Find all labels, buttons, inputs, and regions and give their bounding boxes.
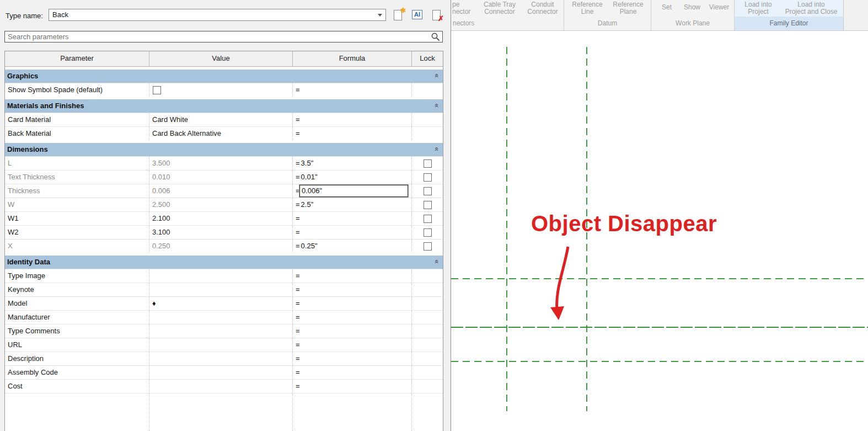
section-header-identity-data[interactable]: Identity Data«	[5, 256, 443, 269]
param-formula-cell[interactable]: =	[293, 324, 412, 338]
param-value-cell[interactable]: 0.250	[149, 240, 293, 253]
param-formula-cell[interactable]: =	[293, 269, 412, 283]
ribbon-button-reference-line[interactable]: Reference Line	[568, 1, 607, 15]
param-value-cell[interactable]: 3.100	[149, 226, 293, 239]
param-formula-cell[interactable]: =	[293, 366, 412, 379]
param-formula-cell[interactable]: =	[293, 380, 412, 393]
section-header-dimensions[interactable]: Dimensions«	[5, 143, 443, 156]
button-label: Viewer	[705, 4, 733, 11]
param-formula-cell[interactable]: =	[293, 212, 412, 225]
param-name: Back Material	[5, 127, 149, 140]
param-formula-cell[interactable]: =	[293, 83, 412, 97]
value-checkbox[interactable]	[153, 86, 161, 94]
ribbon-button-viewer[interactable]: Viewer	[705, 4, 733, 11]
param-row-description: Description=	[5, 352, 443, 365]
param-value-cell[interactable]: 0.010	[149, 171, 293, 184]
param-value-cell[interactable]: 2.500	[149, 198, 293, 211]
search-parameters-box[interactable]	[4, 31, 443, 42]
param-formula-cell[interactable]: =2.5"	[293, 198, 412, 211]
ribbon-button-show[interactable]: Show	[679, 4, 705, 11]
lock-checkbox[interactable]	[424, 173, 432, 182]
ribbon-button-pipe-connector[interactable]: pe nector	[452, 1, 476, 15]
lock-checkbox[interactable]	[424, 242, 432, 251]
param-formula-cell[interactable]: =	[293, 352, 412, 365]
lock-checkbox[interactable]	[424, 215, 432, 223]
param-value-cell[interactable]: 2.100	[149, 212, 293, 225]
section-header-graphics[interactable]: Graphics«	[5, 70, 443, 83]
param-lock-cell	[412, 366, 443, 379]
search-icon	[431, 32, 441, 42]
header-formula[interactable]: Formula	[293, 51, 412, 66]
rename-type-button[interactable]: AI	[411, 8, 425, 22]
param-value-cell[interactable]	[149, 311, 293, 324]
param-formula-cell[interactable]: =	[293, 338, 412, 352]
param-formula-cell[interactable]: =	[293, 283, 412, 296]
param-lock-cell[interactable]	[412, 226, 443, 239]
lock-checkbox[interactable]	[424, 159, 432, 168]
param-lock-cell[interactable]	[412, 184, 443, 198]
equals-sign: =	[296, 382, 300, 390]
param-formula-cell[interactable]: =	[293, 311, 412, 324]
param-value-cell[interactable]	[149, 338, 293, 352]
param-value-cell[interactable]: ♦	[149, 297, 293, 310]
param-value-cell[interactable]	[149, 269, 293, 283]
ribbon-button-set[interactable]: Set	[655, 4, 678, 11]
param-formula-cell[interactable]: =0.01"	[293, 171, 412, 184]
header-value[interactable]: Value	[149, 51, 293, 66]
section-header-materials-and-finishes[interactable]: Materials and Finishes«	[5, 99, 443, 113]
param-name: Text Thickness	[5, 171, 149, 184]
param-value-cell[interactable]	[149, 366, 293, 379]
param-lock-cell[interactable]	[412, 198, 443, 211]
drawing-canvas[interactable]: Object Disappear	[451, 31, 868, 431]
collapse-icon[interactable]: «	[432, 103, 440, 107]
ribbon-button-load-into-project-and-close[interactable]: Load into Project and Close	[779, 1, 844, 15]
param-formula-cell[interactable]: =3.5"	[293, 157, 412, 170]
value-text: 2.500	[152, 200, 170, 209]
param-formula-cell[interactable]: =0.25"	[293, 240, 412, 253]
button-label: Plane	[609, 8, 647, 15]
header-lock[interactable]: Lock	[412, 51, 443, 66]
equals-sign: =	[296, 129, 300, 137]
param-value-cell[interactable]	[149, 352, 293, 365]
ribbon-button-reference-plane[interactable]: Reference Plane	[609, 1, 647, 15]
collapse-icon[interactable]: «	[432, 73, 440, 77]
header-parameter[interactable]: Parameter	[5, 51, 149, 66]
ribbon-button-conduit-connector[interactable]: Conduit Connector	[523, 1, 562, 15]
param-value-cell[interactable]: 3.500	[149, 157, 293, 170]
ribbon-button-load-into-project[interactable]: Load into Project	[739, 1, 778, 15]
param-formula-cell[interactable]: =	[293, 226, 412, 239]
param-value-cell[interactable]	[149, 83, 293, 97]
param-value-cell[interactable]	[149, 283, 293, 296]
collapse-icon[interactable]: «	[432, 147, 440, 151]
formula-text: 0.01"	[301, 173, 318, 181]
param-value-cell[interactable]: 0.006	[149, 184, 293, 198]
formula-edit-box[interactable]: 0.006"	[299, 185, 408, 197]
type-name-select[interactable]: Back	[49, 9, 386, 21]
lock-checkbox[interactable]	[424, 187, 432, 195]
param-value-cell[interactable]	[149, 324, 293, 338]
annotation-arrow	[451, 31, 868, 431]
param-formula-cell[interactable]: =	[293, 113, 412, 126]
param-formula-cell[interactable]: =	[293, 127, 412, 140]
param-lock-cell[interactable]	[412, 240, 443, 253]
lock-checkbox[interactable]	[424, 228, 432, 237]
param-formula-cell[interactable]: =	[293, 297, 412, 310]
param-value-cell[interactable]: Card Back Alternative	[149, 127, 293, 140]
new-type-button[interactable]: ✱	[392, 8, 406, 22]
section-title: Materials and Finishes	[5, 102, 84, 110]
param-lock-cell[interactable]	[412, 212, 443, 225]
param-value-cell[interactable]: Card White	[149, 113, 293, 126]
section-title: Graphics	[5, 72, 38, 80]
param-value-cell[interactable]	[149, 380, 293, 393]
table-header: Parameter Value Formula Lock	[5, 51, 443, 67]
lock-checkbox[interactable]	[424, 201, 432, 209]
empty-rows	[5, 393, 443, 431]
delete-x-icon: ✗	[438, 14, 444, 23]
collapse-icon[interactable]: «	[432, 259, 440, 263]
ribbon-button-cable-tray-connector[interactable]: Cable Tray Connector	[478, 1, 522, 15]
param-lock-cell[interactable]	[412, 171, 443, 184]
search-input[interactable]	[5, 31, 432, 42]
delete-type-button[interactable]: ✗	[430, 8, 444, 22]
param-formula-cell[interactable]: =0.006"	[293, 184, 412, 198]
param-lock-cell[interactable]	[412, 157, 443, 170]
